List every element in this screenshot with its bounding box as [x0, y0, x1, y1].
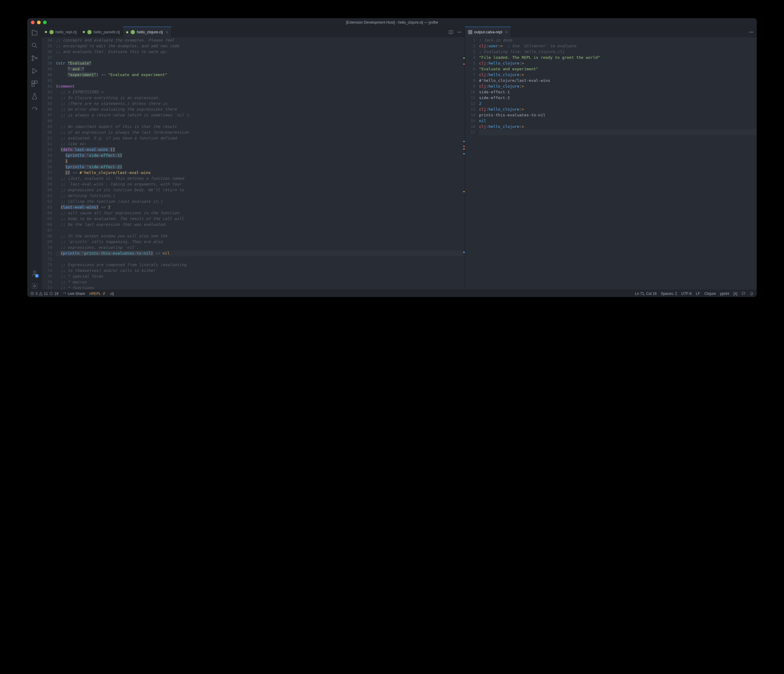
extensions-icon[interactable] — [31, 80, 38, 87]
svg-point-16 — [753, 32, 753, 33]
status-pprint[interactable]: pprint — [720, 292, 729, 296]
editor-group-right: output.calva-repl× 123456789101112131415… — [465, 27, 757, 290]
gutter-right: 1234567891011121314151617 — [465, 37, 479, 290]
tab-bar-left: hello_repl.cljhello_paredit.cljhello_clo… — [42, 27, 465, 37]
main-area: 1 hello_repl.cljhello_paredit.cljhello_c… — [27, 27, 757, 290]
tab-actions-right — [746, 27, 757, 37]
minimize-window-button[interactable] — [37, 20, 40, 24]
settings-gear-icon[interactable] — [31, 283, 38, 290]
more-actions-icon[interactable] — [457, 30, 462, 34]
status-problems[interactable]: 3 11 19 — [30, 292, 58, 296]
more-actions-icon[interactable] — [749, 30, 754, 34]
editor-groups: hello_repl.cljhello_paredit.cljhello_clo… — [42, 27, 757, 290]
svg-rect-6 — [35, 81, 37, 83]
svg-point-8 — [33, 271, 36, 273]
overview-ruler-left — [463, 37, 465, 290]
svg-point-15 — [751, 32, 751, 33]
accounts-icon[interactable]: 1 — [31, 270, 38, 277]
explorer-icon[interactable] — [31, 29, 38, 36]
tab-actions-left — [445, 27, 465, 37]
svg-point-13 — [460, 32, 461, 33]
svg-point-12 — [459, 32, 460, 33]
editor-left[interactable]: 3435363738394041424344454647484950515253… — [42, 37, 465, 290]
svg-rect-5 — [32, 81, 34, 83]
testing-icon[interactable] — [31, 93, 38, 100]
zoom-window-button[interactable] — [43, 20, 47, 24]
clojure-file-icon — [131, 30, 135, 34]
status-liveshare[interactable]: Live Share — [62, 292, 85, 296]
svg-point-2 — [32, 59, 34, 61]
titlebar[interactable]: [Extension Development Host] - hello_clo… — [27, 18, 757, 27]
svg-point-11 — [457, 32, 458, 33]
tab-label: hello_paredit.clj — [93, 30, 120, 34]
tab-label: hello_repl.clj — [56, 30, 76, 34]
status-cursor-position[interactable]: Ln 71, Col 16 — [635, 292, 656, 296]
tab-hello-paredit-clj[interactable]: hello_paredit.clj — [80, 27, 123, 37]
svg-rect-7 — [32, 84, 34, 86]
editor-group-left: hello_repl.cljhello_paredit.cljhello_clo… — [42, 27, 465, 290]
tab-hello-repl-clj[interactable]: hello_repl.clj — [42, 27, 80, 37]
close-tab-icon[interactable]: × — [505, 30, 507, 34]
svg-point-1 — [32, 56, 34, 57]
source-control-icon[interactable] — [31, 54, 38, 62]
svg-point-0 — [32, 43, 36, 47]
close-window-button[interactable] — [31, 20, 34, 24]
tab-output-calva-repl[interactable]: output.calva-repl× — [465, 27, 511, 37]
status-language[interactable]: Clojure — [704, 292, 716, 296]
status-nrepl[interactable]: nREPL — [89, 292, 106, 296]
status-feedback-icon[interactable] — [742, 292, 745, 295]
share-icon[interactable] — [31, 106, 38, 113]
traffic-lights — [31, 20, 47, 24]
status-bell-icon[interactable] — [750, 292, 754, 295]
status-encoding[interactable]: UTF-8 — [681, 292, 692, 296]
tab-label: hello_clojure.clj — [137, 30, 162, 34]
svg-point-9 — [34, 285, 36, 287]
search-icon[interactable] — [31, 42, 38, 49]
code-left[interactable]: ;; concepts and evaluate the examples. P… — [56, 37, 465, 290]
status-lambda[interactable]: [λ] — [733, 292, 737, 296]
gutter-left: 3435363738394041424344454647484950515253… — [42, 37, 56, 290]
clojure-file-icon — [50, 30, 54, 34]
vscode-window: [Extension Development Host] - hello_clo… — [27, 18, 757, 297]
close-tab-icon[interactable]: × — [166, 30, 168, 34]
svg-point-14 — [750, 32, 750, 33]
file-icon — [468, 30, 472, 34]
tab-hello-clojure-clj[interactable]: hello_clojure.clj× — [123, 27, 172, 37]
tab-label: output.calva-repl — [474, 30, 502, 34]
status-indentation[interactable]: Spaces: 2 — [661, 292, 677, 296]
editor-right[interactable]: 1234567891011121314151617 ; Jack-in done… — [465, 37, 757, 290]
svg-point-4 — [33, 73, 33, 73]
split-editor-icon[interactable] — [448, 30, 453, 34]
accounts-badge: 1 — [35, 274, 39, 278]
status-clj[interactable]: clj — [110, 292, 114, 296]
run-debug-icon[interactable] — [31, 67, 38, 75]
clojure-file-icon — [87, 30, 92, 34]
status-bar: 3 11 19 Live Share nREPL clj Ln 71, Col … — [27, 290, 757, 297]
code-right[interactable]: ; Jack-in done.clj:user:> ; Use `alt+ent… — [479, 37, 757, 290]
status-eol[interactable]: LF — [696, 292, 700, 296]
tab-bar-right: output.calva-repl× — [465, 27, 757, 37]
svg-point-3 — [36, 57, 37, 59]
window-title: [Extension Development Host] - hello_clo… — [27, 20, 757, 25]
activity-bar: 1 — [27, 27, 42, 290]
